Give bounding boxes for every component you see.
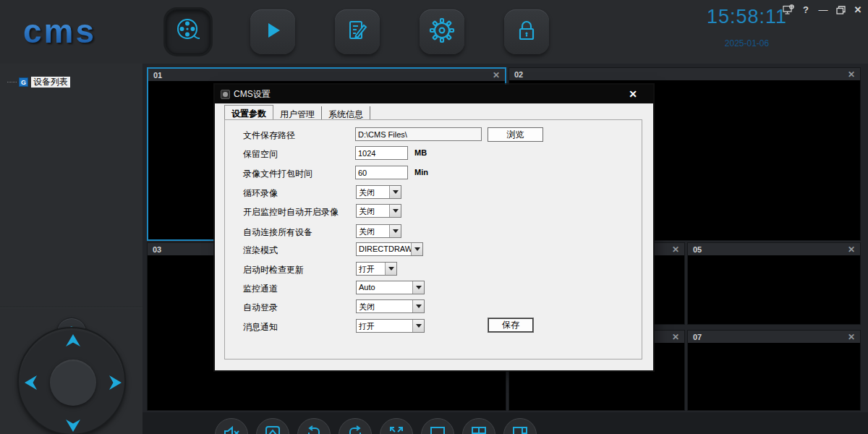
chevron-down-icon[interactable] [389,186,401,198]
chevron-down-icon[interactable] [389,225,401,237]
video-panel-05[interactable]: 05 ✕ [687,242,861,325]
field-label: 自动登录 [243,302,278,314]
panel-number: 03 [153,245,161,254]
quad-view-button[interactable] [462,418,495,434]
field-row-monitor-channel: 监控通道 Auto [225,281,642,295]
dialog-title-bar[interactable]: CMS设置 ✕ [215,85,653,103]
ptz-up-arrow-icon[interactable] [65,334,81,349]
tree-branch-line [7,82,17,82]
browse-button[interactable]: 浏览 [488,127,543,142]
dialog-close-button[interactable]: ✕ [629,88,637,100]
panel-header: 02 ✕ [509,68,860,80]
monitor-channel-select[interactable]: Auto [356,281,425,294]
rotate-right-button[interactable] [339,418,372,434]
help-button[interactable]: ? [800,4,812,15]
panel-close-icon[interactable]: ✕ [672,333,679,341]
chevron-down-icon[interactable] [412,320,424,332]
tab-user-management[interactable]: 用户管理 [273,106,322,120]
lock-button[interactable] [504,9,549,54]
sidebar-item-device-list[interactable]: G 设备列表 [7,77,70,88]
chevron-down-icon[interactable] [412,300,424,312]
panel-header: 07 ✕ [688,331,860,343]
panel-close-icon[interactable]: ✕ [848,245,855,254]
panel-close-icon[interactable]: ✕ [848,333,855,341]
ptz-center-knob[interactable] [50,359,96,406]
rotate-right-icon [346,424,365,434]
gear-icon [427,16,456,48]
panel-close-icon[interactable]: ✕ [848,70,855,79]
pack-time-input[interactable] [355,166,408,179]
single-view-button[interactable] [421,418,454,434]
auto-record-select[interactable]: 关闭 [356,204,401,218]
mute-button[interactable] [215,418,248,434]
video-panel-07[interactable]: 07 ✕ [687,330,861,411]
dialog-app-icon [221,90,230,99]
render-mode-select[interactable]: DIRECTDRAW [356,242,423,256]
split-view-icon [511,424,529,434]
settings-form: 文件保存路径 浏览 保留空间 MB 录像文件打包时间 Min 循环录像 关闭 开… [224,119,642,359]
auto-login-select[interactable]: 关闭 [356,299,425,313]
unit-label: Min [414,168,428,176]
snapshot-icon [263,424,282,434]
field-row-auto-record: 开启监控时自动开启录像 关闭 [225,204,642,218]
playback-button[interactable] [250,9,295,54]
log-edit-icon [344,17,371,47]
unit-label: MB [414,148,427,157]
log-button[interactable] [335,9,380,54]
tab-system-info[interactable]: 系统信息 [322,106,370,120]
ptz-right-arrow-icon[interactable] [109,375,122,393]
save-path-input[interactable] [355,127,482,141]
minimize-button[interactable]: — [817,4,829,15]
panel-header: 05 ✕ [688,243,860,255]
field-label: 监控通道 [243,283,278,295]
rotate-left-button[interactable] [297,418,331,434]
film-reel-icon [174,16,203,48]
dialog-tabs: 设置参数 用户管理 系统信息 [224,105,370,120]
field-label: 开启监控时自动开启录像 [243,206,339,218]
panel-header: 01 ✕ [148,69,505,81]
panel-close-icon[interactable]: ✕ [493,71,500,80]
panel-close-icon[interactable]: ✕ [672,245,679,254]
chevron-down-icon[interactable] [385,263,396,275]
field-label: 启动时检查更新 [243,264,304,276]
chevron-down-icon[interactable] [412,281,424,294]
message-notify-select[interactable]: 打开 [356,319,425,333]
loop-record-select[interactable]: 关闭 [356,185,401,199]
field-row-auto-login: 自动登录 关闭 [225,299,642,314]
restore-icon[interactable] [835,4,846,15]
quad-view-icon [469,424,488,434]
ptz-control [17,327,126,434]
check-update-select[interactable]: 打开 [356,262,397,276]
dialog-title: CMS设置 [234,88,271,101]
field-row-loop-record: 循环录像 关闭 [225,185,642,200]
record-manager-button[interactable] [166,9,210,54]
lock-icon [513,17,540,47]
panel-number: 02 [514,70,523,79]
chevron-down-icon[interactable] [411,243,422,255]
field-row-save-path: 文件保存路径 浏览 [225,127,642,142]
chevron-down-icon[interactable] [389,205,401,217]
close-window-button[interactable]: ✕ [852,4,864,15]
settings-button[interactable] [420,9,464,54]
auto-connect-select[interactable]: 关闭 [356,224,401,238]
current-time: 15:58:11 [702,6,792,28]
ptz-down-arrow-icon[interactable] [65,420,81,434]
split-view-button[interactable] [503,418,537,434]
window-controls: ? — ✕ [783,4,864,15]
save-button[interactable]: 保存 [488,318,534,333]
fullscreen-button[interactable] [380,418,413,434]
field-row-render-mode: 渲染模式 DIRECTDRAW [225,242,642,257]
tab-settings-params[interactable]: 设置参数 [224,105,273,120]
bottom-toolbar [142,412,868,434]
monitor-net-icon[interactable] [783,4,794,15]
snapshot-button[interactable] [256,418,289,434]
field-row-reserved-space: 保留空间 MB [225,146,642,161]
clock: 15:58:11 2025-01-06 [702,6,792,48]
device-list-label: 设备列表 [31,77,70,88]
field-label: 自动连接所有设备 [243,226,312,239]
top-bar: cms [0,0,868,64]
ptz-left-arrow-icon[interactable] [25,375,37,393]
field-row-message-notify: 消息通知 打开 [225,319,642,333]
reserved-space-input[interactable] [355,146,408,160]
app-logo: cms [23,12,96,51]
